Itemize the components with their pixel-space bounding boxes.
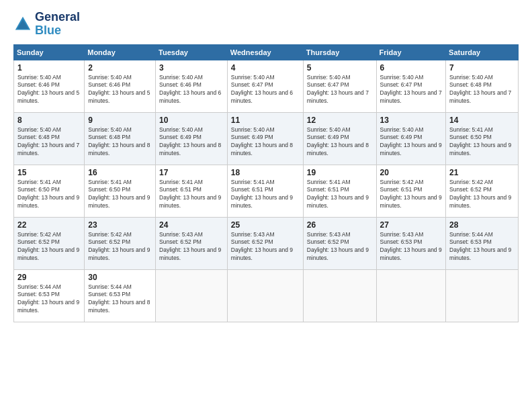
day-info: Sunrise: 5:40 AM Sunset: 6:48 PM Dayligh…: [88, 126, 152, 158]
calendar-cell: 2 Sunrise: 5:40 AM Sunset: 6:46 PM Dayli…: [85, 60, 156, 112]
calendar-cell: [156, 269, 228, 322]
day-number: 12: [307, 116, 373, 125]
col-wednesday: Wednesday: [227, 44, 303, 60]
calendar-cell: 6 Sunrise: 5:40 AM Sunset: 6:47 PM Dayli…: [376, 60, 446, 112]
col-saturday: Saturday: [446, 44, 519, 60]
day-info: Sunrise: 5:43 AM Sunset: 6:52 PM Dayligh…: [231, 231, 300, 263]
day-number: 14: [449, 116, 515, 125]
day-number: 25: [231, 220, 300, 230]
calendar-cell: 18 Sunrise: 5:41 AM Sunset: 6:51 PM Dayl…: [227, 165, 303, 217]
calendar-cell: 28 Sunrise: 5:44 AM Sunset: 6:53 PM Dayl…: [446, 217, 519, 269]
day-info: Sunrise: 5:40 AM Sunset: 6:49 PM Dayligh…: [159, 126, 224, 158]
calendar-cell: 25 Sunrise: 5:43 AM Sunset: 6:52 PM Dayl…: [227, 217, 303, 269]
day-info: Sunrise: 5:40 AM Sunset: 6:47 PM Dayligh…: [231, 74, 300, 106]
calendar-row: 29 Sunrise: 5:44 AM Sunset: 6:53 PM Dayl…: [14, 269, 519, 322]
day-number: 21: [449, 168, 515, 177]
logo-icon: [13, 15, 32, 34]
day-number: 27: [380, 220, 443, 230]
day-number: 3: [159, 63, 224, 73]
calendar-cell: 27 Sunrise: 5:43 AM Sunset: 6:53 PM Dayl…: [376, 217, 446, 269]
calendar-cell: 20 Sunrise: 5:42 AM Sunset: 6:51 PM Dayl…: [376, 165, 446, 217]
day-number: 30: [88, 273, 152, 282]
header: General Blue: [13, 11, 519, 38]
day-number: 19: [307, 168, 373, 177]
logo-text: General Blue: [35, 11, 80, 38]
day-number: 23: [88, 220, 152, 230]
col-friday: Friday: [376, 44, 446, 60]
day-number: 5: [307, 63, 373, 73]
day-number: 9: [88, 116, 152, 125]
page: General Blue Sunday Monday Tuesday Wedne…: [0, 0, 532, 411]
calendar-header: Sunday Monday Tuesday Wednesday Thursday…: [14, 44, 519, 60]
col-thursday: Thursday: [303, 44, 376, 60]
calendar-cell: 30 Sunrise: 5:44 AM Sunset: 6:53 PM Dayl…: [85, 269, 156, 322]
day-number: 4: [231, 63, 300, 73]
calendar-cell: 24 Sunrise: 5:43 AM Sunset: 6:52 PM Dayl…: [156, 217, 228, 269]
day-info: Sunrise: 5:41 AM Sunset: 6:50 PM Dayligh…: [449, 126, 515, 158]
day-number: 16: [88, 168, 152, 177]
calendar-cell: 26 Sunrise: 5:43 AM Sunset: 6:52 PM Dayl…: [303, 217, 376, 269]
calendar-cell: 16 Sunrise: 5:41 AM Sunset: 6:50 PM Dayl…: [85, 165, 156, 217]
calendar-cell: 15 Sunrise: 5:41 AM Sunset: 6:50 PM Dayl…: [14, 165, 85, 217]
col-tuesday: Tuesday: [156, 44, 228, 60]
day-number: 17: [159, 168, 224, 177]
day-info: Sunrise: 5:40 AM Sunset: 6:46 PM Dayligh…: [159, 74, 224, 106]
calendar-cell: 17 Sunrise: 5:41 AM Sunset: 6:51 PM Dayl…: [156, 165, 228, 217]
day-info: Sunrise: 5:40 AM Sunset: 6:47 PM Dayligh…: [380, 74, 443, 106]
day-number: 8: [17, 116, 81, 125]
calendar-cell: [303, 269, 376, 322]
calendar-cell: [227, 269, 303, 322]
day-info: Sunrise: 5:42 AM Sunset: 6:52 PM Dayligh…: [449, 179, 515, 211]
calendar-cell: 22 Sunrise: 5:42 AM Sunset: 6:52 PM Dayl…: [14, 217, 85, 269]
calendar-cell: 11 Sunrise: 5:40 AM Sunset: 6:49 PM Dayl…: [227, 112, 303, 165]
day-number: 18: [231, 168, 300, 177]
calendar-cell: 9 Sunrise: 5:40 AM Sunset: 6:48 PM Dayli…: [85, 112, 156, 165]
day-info: Sunrise: 5:44 AM Sunset: 6:53 PM Dayligh…: [17, 283, 81, 316]
day-info: Sunrise: 5:40 AM Sunset: 6:49 PM Dayligh…: [231, 126, 300, 158]
day-number: 22: [17, 220, 81, 230]
col-sunday: Sunday: [14, 44, 85, 60]
day-number: 7: [449, 63, 515, 73]
day-number: 6: [380, 63, 443, 73]
day-number: 28: [449, 220, 515, 230]
logo: General Blue: [13, 11, 80, 38]
day-info: Sunrise: 5:42 AM Sunset: 6:52 PM Dayligh…: [88, 231, 152, 263]
calendar-cell: 10 Sunrise: 5:40 AM Sunset: 6:49 PM Dayl…: [156, 112, 228, 165]
calendar-cell: 7 Sunrise: 5:40 AM Sunset: 6:48 PM Dayli…: [446, 60, 519, 112]
day-number: 1: [17, 63, 81, 73]
calendar-cell: 21 Sunrise: 5:42 AM Sunset: 6:52 PM Dayl…: [446, 165, 519, 217]
day-info: Sunrise: 5:40 AM Sunset: 6:49 PM Dayligh…: [380, 126, 443, 158]
day-number: 13: [380, 116, 443, 125]
calendar-cell: 5 Sunrise: 5:40 AM Sunset: 6:47 PM Dayli…: [303, 60, 376, 112]
day-info: Sunrise: 5:40 AM Sunset: 6:46 PM Dayligh…: [17, 74, 81, 106]
day-info: Sunrise: 5:42 AM Sunset: 6:51 PM Dayligh…: [380, 179, 443, 211]
day-info: Sunrise: 5:42 AM Sunset: 6:52 PM Dayligh…: [17, 231, 81, 263]
calendar-cell: 14 Sunrise: 5:41 AM Sunset: 6:50 PM Dayl…: [446, 112, 519, 165]
calendar-row: 22 Sunrise: 5:42 AM Sunset: 6:52 PM Dayl…: [14, 217, 519, 269]
calendar-cell: 12 Sunrise: 5:40 AM Sunset: 6:49 PM Dayl…: [303, 112, 376, 165]
day-number: 11: [231, 116, 300, 125]
calendar-cell: 8 Sunrise: 5:40 AM Sunset: 6:48 PM Dayli…: [14, 112, 85, 165]
day-info: Sunrise: 5:43 AM Sunset: 6:53 PM Dayligh…: [380, 231, 443, 263]
calendar-row: 8 Sunrise: 5:40 AM Sunset: 6:48 PM Dayli…: [14, 112, 519, 165]
day-number: 29: [17, 273, 81, 282]
day-info: Sunrise: 5:41 AM Sunset: 6:51 PM Dayligh…: [231, 179, 300, 211]
calendar-cell: 3 Sunrise: 5:40 AM Sunset: 6:46 PM Dayli…: [156, 60, 228, 112]
day-info: Sunrise: 5:44 AM Sunset: 6:53 PM Dayligh…: [88, 283, 152, 316]
header-row: Sunday Monday Tuesday Wednesday Thursday…: [14, 44, 519, 60]
calendar-body: 1 Sunrise: 5:40 AM Sunset: 6:46 PM Dayli…: [14, 60, 519, 322]
day-number: 24: [159, 220, 224, 230]
day-info: Sunrise: 5:40 AM Sunset: 6:47 PM Dayligh…: [307, 74, 373, 106]
calendar-cell: 13 Sunrise: 5:40 AM Sunset: 6:49 PM Dayl…: [376, 112, 446, 165]
day-info: Sunrise: 5:40 AM Sunset: 6:48 PM Dayligh…: [449, 74, 515, 106]
day-number: 2: [88, 63, 152, 73]
day-info: Sunrise: 5:44 AM Sunset: 6:53 PM Dayligh…: [449, 231, 515, 263]
day-info: Sunrise: 5:43 AM Sunset: 6:52 PM Dayligh…: [307, 231, 373, 263]
calendar-cell: 23 Sunrise: 5:42 AM Sunset: 6:52 PM Dayl…: [85, 217, 156, 269]
day-info: Sunrise: 5:43 AM Sunset: 6:52 PM Dayligh…: [159, 231, 224, 263]
col-monday: Monday: [85, 44, 156, 60]
calendar-cell: [376, 269, 446, 322]
day-info: Sunrise: 5:41 AM Sunset: 6:51 PM Dayligh…: [159, 179, 224, 211]
day-info: Sunrise: 5:40 AM Sunset: 6:49 PM Dayligh…: [307, 126, 373, 158]
day-info: Sunrise: 5:41 AM Sunset: 6:50 PM Dayligh…: [88, 179, 152, 211]
